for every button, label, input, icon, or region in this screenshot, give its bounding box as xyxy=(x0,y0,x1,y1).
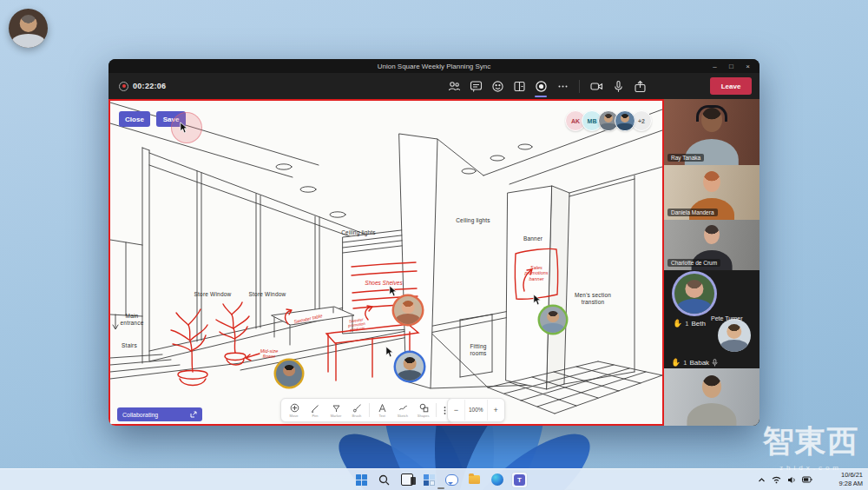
toolbar-divider xyxy=(369,403,370,417)
self-video-pip[interactable] xyxy=(9,9,48,48)
sketch-label: Store Window xyxy=(194,291,232,298)
minimize-button[interactable]: – xyxy=(707,63,723,70)
sketch-label: Banner xyxy=(523,235,542,242)
participants-icon[interactable] xyxy=(447,79,461,93)
edge-browser-icon[interactable] xyxy=(490,473,504,487)
remote-cursor xyxy=(389,285,398,298)
video-tile[interactable]: Charlotte de Crum xyxy=(664,220,760,270)
taskbar-clock[interactable]: 10/6/21 9:28 AM xyxy=(838,471,863,488)
participant-status-row: ✋ 1 Babak xyxy=(671,358,718,367)
wifi-icon[interactable] xyxy=(772,476,781,484)
sketch-label: Stairs xyxy=(122,342,137,349)
close-window-button[interactable]: × xyxy=(740,63,756,70)
shapes-tool[interactable]: Shapes xyxy=(413,403,434,418)
participant-video-gallery: Ray Tanaka Daniela Mandera Charlotte de … xyxy=(664,99,760,426)
mic-icon xyxy=(712,359,718,367)
sketch-label: Store Window xyxy=(249,291,286,298)
meeting-toolbar: 00:22:06 xyxy=(108,73,760,99)
sketch-label: Main entrance xyxy=(121,313,144,328)
video-tile[interactable]: Ray Tanaka xyxy=(664,99,760,165)
headphones xyxy=(696,105,727,122)
sketch-label: Ceiling lights xyxy=(341,229,376,236)
text-tool[interactable]: Text xyxy=(372,403,392,418)
window-titlebar[interactable]: Union Square Weekly Planning Sync – □ × xyxy=(108,59,760,73)
participant-name: Ray Tanaka xyxy=(667,154,704,162)
chat-icon[interactable] xyxy=(444,473,459,487)
participant-name: Daniela Mandera xyxy=(667,209,718,216)
drawing-toolbar: Move Pen Marker Brush Text Sketch xyxy=(280,398,454,422)
maximize-button[interactable]: □ xyxy=(723,63,740,70)
whiteboard-share-icon[interactable] xyxy=(534,79,548,93)
marker-tool[interactable]: Marker xyxy=(326,403,346,418)
sketch-label: Fitting rooms xyxy=(470,343,486,358)
battery-icon[interactable] xyxy=(802,476,812,483)
recording-icon xyxy=(119,82,128,91)
participant-name: Babak xyxy=(689,359,709,367)
share-content-icon[interactable] xyxy=(633,79,647,93)
remote-cursor xyxy=(533,294,542,307)
close-board-button[interactable]: Close xyxy=(119,111,150,127)
system-tray xyxy=(758,469,812,490)
participant-name: Charlotte de Crum xyxy=(667,259,720,267)
collaborator-avatar-daniela xyxy=(394,296,422,324)
brush-tool[interactable]: Brush xyxy=(346,403,367,418)
move-tool[interactable]: Move xyxy=(284,403,305,418)
remote-cursor xyxy=(180,122,188,135)
volume-icon[interactable] xyxy=(787,476,796,484)
collaborator-avatar-blue xyxy=(396,353,424,381)
red-annotation: Sales promotions banner xyxy=(524,265,548,281)
pen-tool[interactable]: Pen xyxy=(305,403,326,418)
remote-cursor xyxy=(385,346,394,359)
breakout-rooms-icon[interactable] xyxy=(512,79,526,93)
sketch-tool[interactable]: Sketch xyxy=(392,403,413,418)
raised-hand-icon: ✋ xyxy=(673,319,682,328)
presence-avatar[interactable] xyxy=(615,110,635,131)
audio-participants-section: ✋ 1 Beth Pete Turner ✋ 1 Babak xyxy=(664,270,760,368)
participant-name: Pete Turner xyxy=(711,315,743,321)
search-icon[interactable] xyxy=(377,473,391,487)
video-tile[interactable]: Daniela Mandera xyxy=(664,165,760,220)
watermark: 智東西 zhidx.com xyxy=(753,420,868,472)
file-explorer-icon[interactable] xyxy=(467,473,482,487)
participant-status-row: ✋ 1 Beth xyxy=(673,319,706,328)
raised-hand-icon: ✋ xyxy=(671,358,681,367)
leave-button[interactable]: Leave xyxy=(710,77,752,95)
sketch-label: Men's section transtion xyxy=(575,292,611,307)
participant-name: Beth xyxy=(691,320,705,328)
reactions-icon[interactable] xyxy=(490,79,504,93)
zoom-out-button[interactable]: − xyxy=(448,406,464,414)
open-external-icon xyxy=(190,411,197,418)
zoom-level: 100% xyxy=(464,400,488,420)
zoom-control: − 100% + xyxy=(447,398,505,422)
tray-expand-icon[interactable] xyxy=(758,477,766,483)
mic-icon[interactable] xyxy=(611,79,625,93)
collaborating-button[interactable]: Collaborating xyxy=(117,407,202,421)
participant-video xyxy=(664,368,760,426)
widgets-icon[interactable] xyxy=(422,473,437,487)
task-view-icon[interactable] xyxy=(399,473,414,487)
start-button[interactable] xyxy=(354,473,369,487)
red-annotation: Mid-size flower xyxy=(260,348,278,360)
zoom-in-button[interactable]: + xyxy=(488,406,504,414)
recording-timer: 00:22:06 xyxy=(119,82,166,91)
toolbar-divider xyxy=(436,403,437,417)
collaborator-avatar-green xyxy=(540,307,566,333)
desktop: { "window": { "title": "Union Square Wee… xyxy=(0,0,868,490)
more-options-icon[interactable] xyxy=(556,79,569,93)
video-tile[interactable] xyxy=(664,368,760,426)
sketch-label: Ceiling lights xyxy=(456,217,490,224)
camera-icon[interactable] xyxy=(589,79,603,93)
windows-taskbar: T 10/6/21 9:28 AM xyxy=(0,468,868,490)
presence-avatars: AK MB +2 xyxy=(569,110,652,131)
store-layout-sketch xyxy=(110,101,662,424)
audio-avatar-beth[interactable] xyxy=(674,274,714,314)
audio-avatar-pete[interactable] xyxy=(718,319,751,352)
whiteboard-canvas[interactable]: Ceiling lights Ceiling lights Banner Sto… xyxy=(108,99,664,426)
toolbar-divider xyxy=(579,80,580,93)
collaborator-avatar-yellow xyxy=(276,361,302,387)
teams-app-icon[interactable]: T xyxy=(512,473,527,487)
red-annotation: Sweater promotion products xyxy=(347,317,366,333)
chat-icon[interactable] xyxy=(469,79,483,93)
teams-meeting-window: Union Square Weekly Planning Sync – □ × … xyxy=(108,59,760,426)
window-title: Union Square Weekly Planning Sync xyxy=(108,63,760,70)
